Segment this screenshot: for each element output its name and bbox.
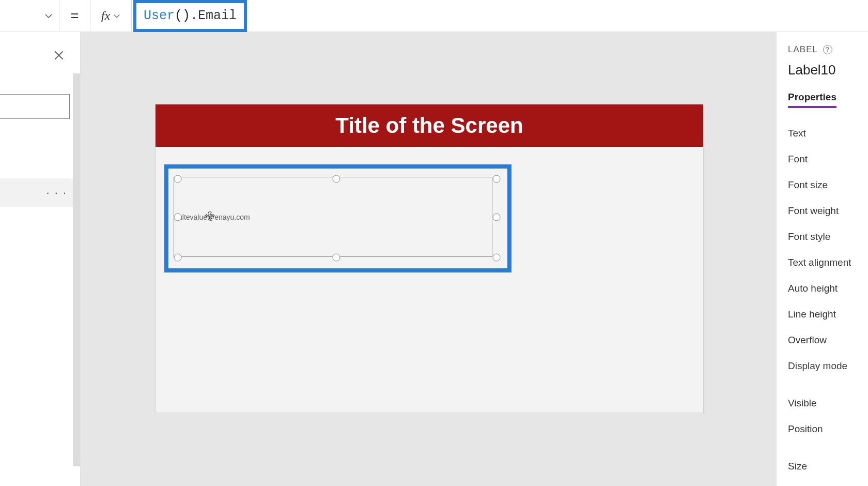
canvas[interactable]: Title of the Screen ultevalue@enayu.com: [81, 32, 776, 486]
screen-title-banner[interactable]: Title of the Screen: [156, 104, 703, 147]
equals-label: =: [59, 0, 90, 32]
resize-handle-ne[interactable]: [493, 175, 501, 183]
resize-handle-n[interactable]: [333, 175, 340, 183]
prop-font-weight[interactable]: Font weight: [788, 205, 868, 217]
prop-display-mode[interactable]: Display mode: [788, 360, 868, 372]
search-input[interactable]: [0, 94, 70, 119]
prop-auto-height[interactable]: Auto height: [788, 283, 868, 294]
app-screen[interactable]: Title of the Screen: [156, 104, 703, 413]
formula-input[interactable]: User().Email: [132, 0, 868, 32]
prop-font-size[interactable]: Font size: [788, 179, 868, 191]
property-dropdown[interactable]: [0, 0, 59, 32]
tree-view-panel: · · ·: [0, 32, 81, 486]
properties-panel: LABEL ? Label10 Properties Text Font Fon…: [776, 32, 868, 486]
control-name: Label10: [788, 62, 868, 78]
prop-size[interactable]: Size: [788, 461, 868, 472]
formula-highlight: User().Email: [133, 0, 247, 32]
tree-item-selected[interactable]: · · ·: [0, 178, 80, 207]
scrollbar[interactable]: [73, 73, 80, 466]
more-icon[interactable]: · · ·: [46, 186, 67, 200]
tab-properties[interactable]: Properties: [788, 92, 836, 108]
chevron-down-icon: [44, 12, 53, 20]
help-icon[interactable]: ?: [823, 45, 832, 54]
resize-handle-se[interactable]: [493, 254, 501, 262]
label-text: ultevalue@enayu.com: [178, 213, 250, 221]
formula-bar: = fx User().Email: [0, 0, 868, 32]
panel-tabs: Properties: [788, 92, 868, 108]
selected-label-control[interactable]: ultevalue@enayu.com: [174, 177, 492, 257]
property-list: Text Font Font size Font weight Font sty…: [788, 128, 868, 472]
prop-position[interactable]: Position: [788, 423, 868, 435]
prop-font-style[interactable]: Font style: [788, 231, 868, 242]
close-icon[interactable]: [52, 49, 66, 62]
resize-handle-nw[interactable]: [174, 175, 182, 183]
prop-visible[interactable]: Visible: [788, 398, 868, 409]
fx-icon: fx: [101, 9, 110, 23]
resize-handle-s[interactable]: [333, 254, 340, 262]
fx-dropdown[interactable]: fx: [90, 0, 132, 32]
prop-line-height[interactable]: Line height: [788, 309, 868, 320]
panel-header: LABEL ?: [788, 44, 868, 55]
prop-text[interactable]: Text: [788, 128, 868, 139]
screen-title-text: Title of the Screen: [335, 113, 523, 138]
scrollbar-thumb[interactable]: [73, 73, 80, 466]
control-type-label: LABEL: [788, 44, 818, 55]
formula-text: User().Email: [144, 8, 237, 23]
chevron-down-icon: [113, 12, 120, 20]
resize-handle-w[interactable]: [174, 214, 182, 221]
main-area: · · · Title of the Screen ultevalue@enay…: [0, 32, 868, 486]
prop-overflow[interactable]: Overflow: [788, 335, 868, 346]
resize-handle-e[interactable]: [493, 214, 501, 221]
prop-font[interactable]: Font: [788, 154, 868, 165]
resize-handle-sw[interactable]: [174, 254, 182, 262]
prop-text-alignment[interactable]: Text alignment: [788, 257, 868, 268]
